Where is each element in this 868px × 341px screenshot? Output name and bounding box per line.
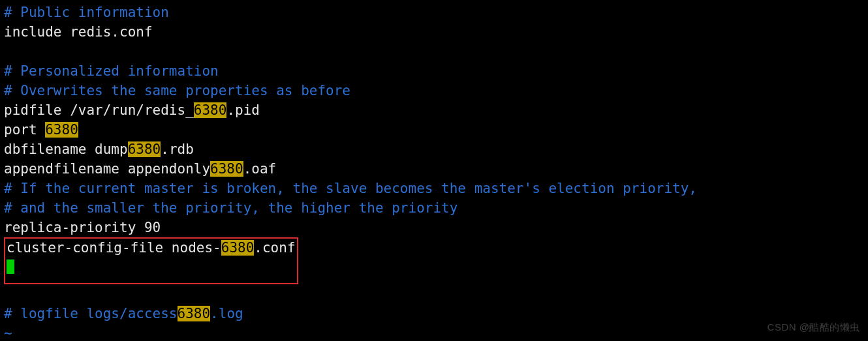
appendfilename-port: 6380 <box>210 161 243 177</box>
comment-priority-2: # and the smaller the priority, the high… <box>4 200 457 216</box>
comment-public-info: # Public information <box>4 5 169 20</box>
comment-priority-1: # If the current master is broken, the s… <box>4 181 697 196</box>
logfile-port: 6380 <box>178 306 211 321</box>
dbfilename-port: 6380 <box>128 141 161 157</box>
appendfilename-prefix: appendfilename appendonly <box>4 161 210 177</box>
pidfile-port: 6380 <box>194 102 227 118</box>
logfile-prefix: # logfile logs/access <box>4 306 178 321</box>
port-value: 6380 <box>45 122 78 138</box>
include-line: include redis.conf <box>4 24 153 40</box>
cursor-icon <box>7 259 14 274</box>
cluster-config-suffix: .conf <box>254 240 295 256</box>
dbfilename-suffix: .rdb <box>161 141 194 157</box>
replica-priority-line: replica-priority 90 <box>4 220 161 235</box>
appendfilename-suffix: .oaf <box>243 161 277 177</box>
port-label: port <box>4 122 45 138</box>
pidfile-suffix: .pid <box>226 102 260 118</box>
dbfilename-prefix: dbfilename dump <box>4 141 128 157</box>
cluster-config-port: 6380 <box>221 240 255 256</box>
comment-personalized: # Personalized information <box>4 63 219 79</box>
config-editor[interactable]: # Public information include redis.conf … <box>0 0 868 341</box>
comment-overwrites: # Overwrites the same properties as befo… <box>4 83 350 98</box>
pidfile-prefix: pidfile /var/run/redis_ <box>4 102 194 118</box>
logfile-suffix: .log <box>210 306 243 321</box>
watermark: CSDN @酷酷的懒虫 <box>767 318 860 337</box>
vim-tilde: ~ <box>4 325 12 341</box>
cluster-config-prefix: cluster-config-file nodes- <box>7 240 221 256</box>
cluster-config-annotation: cluster-config-file nodes-6380.conf <box>4 237 298 284</box>
